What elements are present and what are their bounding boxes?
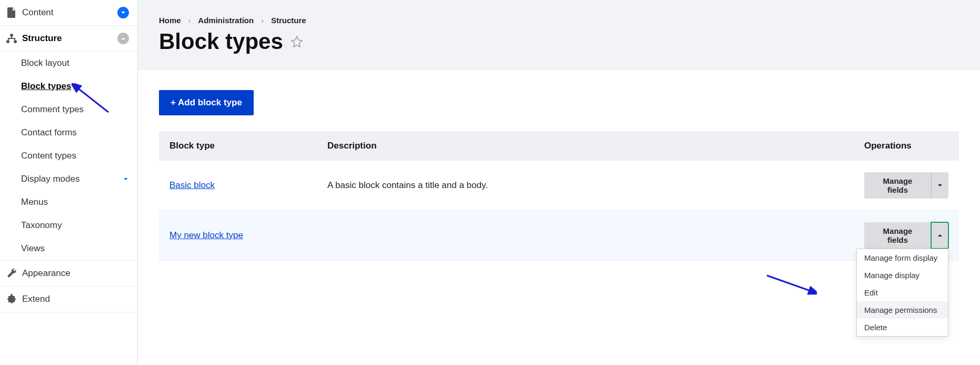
svg-point-0 bbox=[10, 34, 13, 37]
nav-label: Structure bbox=[22, 33, 117, 44]
chevron-down-icon bbox=[123, 176, 129, 182]
th-block-type: Block type bbox=[159, 131, 317, 161]
menu-manage-display[interactable]: Manage display bbox=[857, 267, 948, 284]
th-operations: Operations bbox=[854, 131, 959, 161]
operations-dropdown: Manage fields bbox=[864, 172, 948, 199]
sub-item-views[interactable]: Views bbox=[0, 237, 137, 260]
breadcrumb-structure[interactable]: Structure bbox=[271, 16, 306, 25]
table-row: Basic block A basic block contains a tit… bbox=[159, 161, 959, 211]
breadcrumb-home[interactable]: Home bbox=[159, 16, 181, 25]
sub-item-content-types[interactable]: Content types bbox=[0, 144, 137, 167]
page-title-row: Block types bbox=[159, 29, 959, 54]
sidebar: Content Structure Block layout Block typ… bbox=[0, 0, 138, 365]
menu-edit[interactable]: Edit bbox=[857, 284, 948, 301]
nav-item-content[interactable]: Content bbox=[0, 0, 137, 26]
manage-fields-button[interactable]: Manage fields bbox=[864, 172, 931, 199]
main-content: Home › Administration › Structure Block … bbox=[138, 0, 980, 365]
add-block-type-button[interactable]: + Add block type bbox=[159, 90, 254, 115]
nav-item-structure[interactable]: Structure bbox=[0, 26, 137, 52]
sub-item-comment-types[interactable]: Comment types bbox=[0, 98, 137, 121]
sub-item-taxonomy[interactable]: Taxonomy bbox=[0, 214, 137, 237]
th-description: Description bbox=[317, 131, 854, 161]
sub-item-block-types[interactable]: Block types bbox=[0, 75, 137, 98]
nav-label: Content bbox=[22, 7, 117, 18]
table-row: My new block type Manage fields Manage f… bbox=[159, 211, 959, 261]
block-type-desc: A basic block contains a title and a bod… bbox=[327, 180, 488, 190]
sub-item-menus[interactable]: Menus bbox=[0, 191, 137, 214]
page-title: Block types bbox=[159, 29, 283, 54]
content-region: + Add block type Block type Description … bbox=[138, 70, 980, 365]
file-icon bbox=[5, 6, 18, 19]
svg-point-1 bbox=[6, 40, 9, 43]
chevron-right-icon: › bbox=[188, 16, 191, 25]
operations-menu: Manage form display Manage display Edit … bbox=[856, 249, 948, 337]
hierarchy-icon bbox=[5, 32, 18, 45]
block-type-link[interactable]: Basic block bbox=[169, 180, 215, 190]
menu-manage-permissions[interactable]: Manage permissions bbox=[857, 301, 948, 319]
nav-label: Extend bbox=[22, 294, 129, 304]
svg-point-2 bbox=[14, 40, 17, 43]
chevron-up-icon bbox=[117, 33, 129, 44]
dropdown-toggle-button[interactable] bbox=[931, 222, 948, 249]
breadcrumbs: Home › Administration › Structure bbox=[159, 16, 959, 25]
structure-submenu: Block layout Block types Comment types C… bbox=[0, 52, 137, 260]
menu-delete[interactable]: Delete bbox=[857, 319, 948, 336]
chevron-right-icon: › bbox=[261, 16, 264, 25]
nav-label: Appearance bbox=[22, 268, 129, 279]
sub-item-contact-forms[interactable]: Contact forms bbox=[0, 121, 137, 144]
block-type-link[interactable]: My new block type bbox=[169, 230, 243, 240]
chevron-up-icon bbox=[937, 232, 943, 239]
sub-item-display-modes[interactable]: Display modes bbox=[0, 167, 137, 191]
nav-item-appearance[interactable]: Appearance bbox=[0, 260, 137, 287]
chevron-down-icon bbox=[117, 7, 129, 18]
manage-fields-button[interactable]: Manage fields bbox=[864, 222, 931, 249]
sub-item-block-layout[interactable]: Block layout bbox=[0, 52, 137, 75]
star-icon[interactable] bbox=[291, 35, 303, 48]
table-header-row: Block type Description Operations bbox=[159, 131, 959, 161]
wrench-icon bbox=[5, 267, 18, 280]
breadcrumb-administration[interactable]: Administration bbox=[198, 16, 254, 25]
header-region: Home › Administration › Structure Block … bbox=[138, 0, 980, 70]
chevron-down-icon bbox=[937, 182, 943, 189]
puzzle-icon bbox=[5, 293, 18, 305]
operations-dropdown: Manage fields Manage form display Manage… bbox=[864, 222, 948, 249]
block-types-table: Block type Description Operations Basic … bbox=[159, 131, 959, 261]
menu-manage-form-display[interactable]: Manage form display bbox=[857, 249, 948, 267]
nav-item-extend[interactable]: Extend bbox=[0, 287, 137, 312]
dropdown-toggle-button[interactable] bbox=[931, 172, 948, 199]
